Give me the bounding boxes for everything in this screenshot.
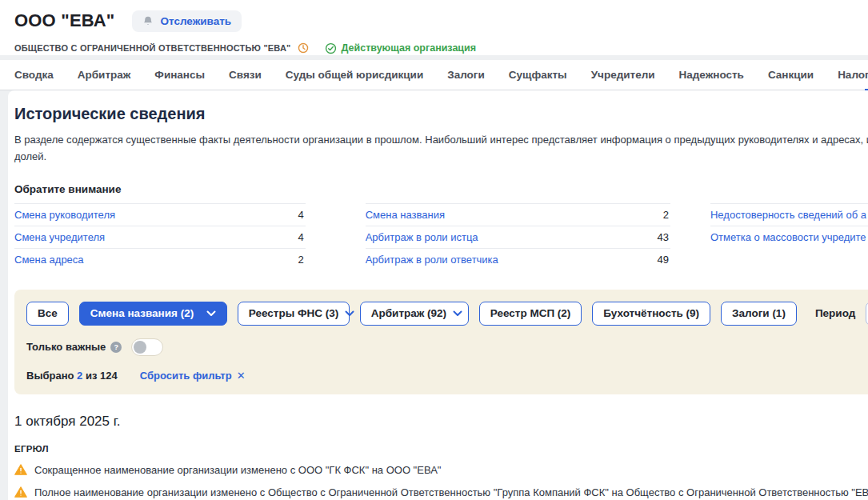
notable-links: Смена руководителя 4 Смена учредителя 4 … — [14, 203, 868, 270]
filter-name-change-dropdown[interactable]: Смена названия (2) — [79, 302, 227, 326]
link-nedostovernost-svedeniy[interactable]: Недостоверность сведений об а — [710, 209, 866, 221]
table-row: Смена учредителя 4 — [14, 226, 306, 248]
tab-arbitrazh[interactable]: Арбитраж — [78, 69, 131, 81]
link-smena-rukovoditelya[interactable]: Смена руководителя — [14, 209, 115, 221]
table-row: Отметка о массовости учредите — [710, 226, 868, 248]
status-badge: Действующая организация — [325, 42, 477, 54]
section-description-line2: долей. — [14, 149, 868, 166]
tab-svyazi[interactable]: Связи — [229, 69, 262, 81]
selected-count-text: Выбрано 2 из 124 — [26, 370, 118, 382]
toggle-knob — [134, 341, 146, 354]
status-text: Действующая организация — [342, 42, 477, 54]
reset-filter-label: Сбросить фильтр — [140, 370, 232, 382]
tab-uchrediteli[interactable]: Учредители — [591, 69, 655, 81]
event-source-label: ЕГРЮЛ — [14, 444, 868, 454]
company-header: ООО "ЕВА" Отслеживать ОБЩЕСТВО С ОГРАНИЧ… — [0, 0, 868, 55]
selected-count: 2 — [77, 370, 82, 382]
link-otmetka-massovosti[interactable]: Отметка о массовости учредите — [710, 231, 866, 243]
section-title: Исторические сведения — [14, 105, 868, 123]
help-icon[interactable]: ? — [110, 342, 122, 353]
tab-nalogi[interactable]: Налоги — [838, 69, 868, 81]
tab-zalogi[interactable]: Залоги — [447, 69, 485, 81]
clear-icon: ✕ — [237, 370, 246, 382]
filter-msp-button[interactable]: Реестр МСП (2) — [479, 302, 582, 326]
check-circle-icon — [325, 42, 337, 54]
table-row: Арбитраж в роли ответчика 49 — [366, 248, 670, 270]
warning-icon — [14, 486, 27, 498]
table-row: Смена руководителя 4 — [14, 203, 306, 226]
tab-nadezhnost[interactable]: Надежность — [679, 69, 744, 81]
period-label: Период — [815, 307, 855, 319]
filter-name-change-label: Смена названия (2) — [90, 307, 194, 319]
warning-icon — [14, 464, 27, 475]
table-row: Арбитраж в роли истца 43 — [366, 226, 670, 248]
event-date-heading: 1 октября 2025 г. — [14, 414, 868, 430]
filter-pledges-button[interactable]: Залоги (1) — [721, 302, 797, 326]
table-row: Смена названия 2 — [366, 203, 670, 226]
important-only-toggle[interactable] — [131, 338, 163, 356]
bell-icon — [142, 15, 154, 27]
clock-icon[interactable] — [298, 42, 309, 54]
link-arbitrazh-istets[interactable]: Арбитраж в роли истца — [366, 231, 478, 243]
filter-fns-label: Реестры ФНС (3) — [249, 307, 338, 319]
link-smena-adresa[interactable]: Смена адреса — [14, 254, 84, 266]
event-text: Сокращенное наименование организации изм… — [34, 464, 441, 476]
link-smena-nazvaniya[interactable]: Смена названия — [366, 209, 445, 221]
filter-accounting-button[interactable]: Бухотчётность (9) — [592, 302, 710, 326]
filter-arbitration-dropdown[interactable]: Арбитраж (92) — [360, 302, 469, 326]
track-button[interactable]: Отслеживать — [132, 10, 242, 32]
selected-prefix: Выбрано — [26, 370, 74, 382]
history-section: Исторические сведения В разделе содержат… — [8, 90, 868, 500]
count-badge: 4 — [298, 231, 303, 243]
filter-panel: Все Смена названия (2) Реестры ФНС (3) А… — [14, 290, 868, 394]
tab-sanktsii[interactable]: Санкции — [768, 69, 814, 81]
count-badge: 4 — [298, 209, 303, 221]
tab-finansy[interactable]: Финансы — [154, 69, 205, 81]
chevron-down-icon — [206, 310, 216, 317]
table-row: Недостоверность сведений об а — [710, 203, 868, 226]
filter-arbitration-label: Арбитраж (92) — [371, 307, 446, 319]
list-item: Полное наименование организации изменено… — [14, 486, 868, 498]
reset-filter-link[interactable]: Сбросить фильтр ✕ — [140, 370, 246, 382]
section-description-line1: В разделе содержатся существенные факты … — [14, 132, 868, 149]
link-arbitrazh-otvetchik[interactable]: Арбитраж в роли ответчика — [366, 254, 498, 266]
filter-fns-dropdown[interactable]: Реестры ФНС (3) — [238, 302, 350, 326]
table-row: Смена адреса 2 — [14, 248, 306, 270]
track-button-label: Отслеживать — [160, 15, 231, 27]
tab-svodka[interactable]: Сводка — [14, 69, 54, 81]
count-badge: 2 — [298, 254, 303, 266]
count-badge: 43 — [658, 231, 669, 243]
link-smena-uchreditelya[interactable]: Смена учредителя — [14, 231, 105, 243]
company-full-name: ОБЩЕСТВО С ОГРАНИЧЕННОЙ ОТВЕТСТВЕННОСТЬЮ… — [14, 43, 291, 53]
tab-sushchfakty[interactable]: Сущфакты — [509, 69, 567, 81]
event-text: Полное наименование организации изменено… — [34, 486, 868, 498]
chevron-down-icon — [345, 310, 354, 317]
count-badge: 49 — [658, 254, 669, 266]
selected-suffix: из 124 — [86, 370, 118, 382]
tab-sudy[interactable]: Суды общей юрисдикции — [286, 69, 423, 81]
count-badge: 2 — [663, 209, 669, 221]
filter-all-button[interactable]: Все — [26, 302, 69, 326]
list-item: Сокращенное наименование организации изм… — [14, 464, 868, 476]
important-only-label: Только важные — [26, 341, 106, 353]
page-title: ООО "ЕВА" — [14, 10, 114, 31]
tab-bar: Сводка Арбитраж Финансы Связи Суды общей… — [0, 60, 868, 90]
notable-title: Обратите внимание — [14, 183, 868, 195]
chevron-down-icon — [453, 310, 462, 317]
